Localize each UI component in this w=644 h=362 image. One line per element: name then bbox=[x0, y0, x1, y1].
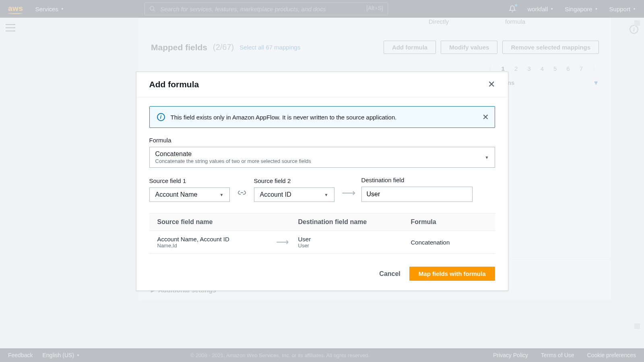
modal-overlay: Add formula ✕ i This field exists only i… bbox=[0, 0, 644, 362]
preview-dest-sub: User bbox=[298, 243, 411, 249]
modal-title: Add formula bbox=[149, 80, 199, 89]
source2-select[interactable]: Account ID ▼ bbox=[254, 187, 334, 202]
preview-table: Source field name Destination field name… bbox=[149, 213, 495, 254]
add-formula-modal: Add formula ✕ i This field exists only i… bbox=[136, 72, 508, 291]
formula-value: Concatenate bbox=[155, 150, 489, 158]
table-row: Account Name, Account ID Name,Id ⟶ User … bbox=[149, 231, 495, 253]
source2-label: Source field 2 bbox=[254, 177, 334, 184]
arrow-right-icon: ⟶ bbox=[276, 237, 298, 247]
formula-description: Concatenate the string values of two or … bbox=[155, 158, 489, 164]
arrow-right-icon: ⟶ bbox=[342, 187, 354, 202]
source1-label: Source field 1 bbox=[149, 177, 230, 184]
destination-label: Destination field bbox=[361, 177, 473, 183]
link-icon bbox=[237, 189, 247, 202]
map-fields-button[interactable]: Map fields with formula bbox=[409, 267, 495, 281]
chevron-down-icon: ▼ bbox=[324, 193, 328, 197]
cancel-button[interactable]: Cancel bbox=[378, 267, 402, 281]
chevron-down-icon: ▼ bbox=[485, 155, 489, 160]
close-icon[interactable]: ✕ bbox=[488, 79, 495, 90]
th-destination: Destination field name bbox=[298, 218, 411, 226]
th-formula: Formula bbox=[411, 218, 475, 226]
formula-label: Formula bbox=[149, 137, 495, 144]
preview-dest: User bbox=[298, 236, 411, 243]
destination-input[interactable] bbox=[361, 187, 473, 202]
preview-source-sub: Name,Id bbox=[157, 243, 276, 249]
info-alert: i This field exists only in Amazon AppFl… bbox=[149, 106, 495, 128]
preview-source: Account Name, Account ID bbox=[157, 236, 276, 243]
info-alert-text: This field exists only in Amazon AppFlow… bbox=[171, 114, 397, 121]
th-source: Source field name bbox=[157, 218, 298, 226]
preview-formula: Concatenation bbox=[411, 239, 475, 246]
source1-select[interactable]: Account Name ▼ bbox=[149, 187, 230, 202]
dismiss-alert-icon[interactable]: ✕ bbox=[482, 112, 489, 122]
info-icon: i bbox=[157, 113, 165, 121]
formula-select[interactable]: Concatenate Concatenate the string value… bbox=[149, 147, 495, 168]
chevron-down-icon: ▼ bbox=[220, 193, 224, 197]
